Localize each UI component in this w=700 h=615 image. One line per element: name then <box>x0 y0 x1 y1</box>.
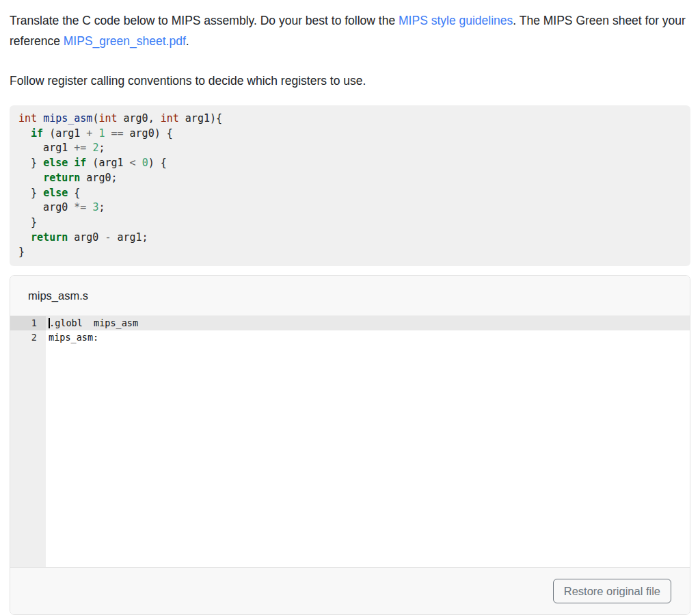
code-token: } <box>18 246 25 258</box>
code-token: == <box>111 127 123 140</box>
code-token: if <box>74 157 86 169</box>
code-token: if <box>31 127 43 140</box>
code-token: ; <box>98 142 105 154</box>
editor-footer: Restore original file <box>10 567 690 614</box>
code-token: mips_asm <box>43 112 92 125</box>
code-token: += <box>74 142 86 154</box>
file-name: mips_asm.s <box>28 289 88 302</box>
code-token: ) { <box>148 157 167 169</box>
question-panel: Translate the C code below to MIPS assem… <box>0 0 700 615</box>
restore-original-file-button[interactable]: Restore original file <box>553 579 671 603</box>
code-token: else <box>43 157 68 169</box>
code-token: (arg1 <box>86 157 129 169</box>
code-token <box>18 127 31 140</box>
c-code-block: int mips_asm(int arg0, int arg1){ if (ar… <box>10 105 690 266</box>
editor-line-text: mips_asm: <box>46 330 98 345</box>
code-token: } <box>18 157 43 169</box>
instructions-paragraph-2: Follow register calling conventions to d… <box>10 70 690 91</box>
line-number: 1 <box>10 316 46 330</box>
code-token: arg0 <box>68 231 105 244</box>
code-token: (arg1 <box>43 127 86 140</box>
code-token: } <box>18 216 37 228</box>
code-token: return <box>43 172 80 184</box>
code-token: { <box>68 187 80 199</box>
code-token: < <box>130 157 136 169</box>
code-token: ; <box>98 201 105 213</box>
code-token: arg0 <box>18 201 74 213</box>
line-number-gutter <box>10 316 46 567</box>
code-token: return <box>31 231 68 244</box>
code-token: arg0, <box>118 112 161 125</box>
file-editor-card: mips_asm.s 1.globl mips_asm2mips_asm: Re… <box>10 275 690 615</box>
mips-style-guidelines-link[interactable]: MIPS style guidelines <box>399 14 513 27</box>
code-token: 0 <box>142 157 148 169</box>
text-cursor <box>49 318 50 328</box>
file-editor-header: mips_asm.s <box>10 276 690 316</box>
instructions-paragraph-1: Translate the C code below to MIPS assem… <box>10 0 690 51</box>
mips-green-sheet-link[interactable]: MIPS_green_sheet.pdf <box>64 34 186 48</box>
code-token: arg0; <box>80 172 117 184</box>
code-token: arg0) { <box>124 127 173 140</box>
code-token: *= <box>74 201 86 213</box>
code-editor[interactable]: 1.globl mips_asm2mips_asm: <box>10 316 690 567</box>
code-token: } <box>18 187 43 199</box>
code-token: else <box>43 187 68 199</box>
code-token <box>18 172 43 184</box>
code-token: int <box>18 112 37 125</box>
code-token: int <box>161 112 179 125</box>
code-token: arg1 <box>18 142 74 154</box>
c-code: int mips_asm(int arg0, int arg1){ if (ar… <box>18 112 222 258</box>
editor-rows: 1.globl mips_asm2mips_asm: <box>10 316 690 345</box>
text-segment: Translate the C code below to MIPS assem… <box>10 14 399 27</box>
text-segment: . <box>186 34 189 48</box>
code-token <box>18 231 31 244</box>
code-token: arg1; <box>111 231 148 244</box>
code-token <box>68 157 74 169</box>
editor-line[interactable]: 2mips_asm: <box>10 330 690 345</box>
editor-line[interactable]: 1.globl mips_asm <box>10 316 690 330</box>
code-token: int <box>98 112 117 125</box>
line-number: 2 <box>10 330 46 345</box>
code-token <box>37 112 43 125</box>
editor-line-text: .globl mips_asm <box>46 316 138 330</box>
code-token: arg1){ <box>179 112 222 125</box>
code-token <box>136 157 142 169</box>
